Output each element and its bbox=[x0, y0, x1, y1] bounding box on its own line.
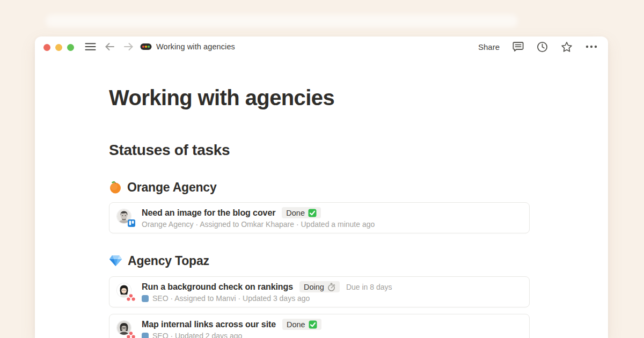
close-window-button[interactable] bbox=[43, 44, 50, 51]
due-date: Due in 8 days bbox=[346, 283, 392, 291]
green-check-icon bbox=[308, 209, 317, 217]
group-heading-agency-topaz: Agency Topaz bbox=[109, 253, 534, 269]
background-glow bbox=[46, 14, 518, 27]
task-meta: Orange Agency · Assigned to Omkar Khapar… bbox=[142, 220, 375, 229]
section-heading: Statuses of tasks bbox=[109, 141, 534, 159]
window-controls bbox=[43, 44, 74, 51]
avatar bbox=[117, 283, 133, 300]
seo-tag-swatch bbox=[142, 295, 149, 302]
asana-icon bbox=[127, 332, 135, 338]
back-arrow-icon[interactable] bbox=[105, 42, 115, 51]
minimize-window-button[interactable] bbox=[55, 44, 62, 51]
breadcrumb[interactable]: Working with agencies bbox=[140, 42, 235, 51]
menu-icon[interactable] bbox=[85, 42, 96, 51]
task-title: Need an image for the blog cover bbox=[142, 208, 275, 218]
task-meta: SEO · Assigned to Manvi · Updated 3 days… bbox=[152, 294, 310, 303]
seo-tag-swatch bbox=[142, 333, 149, 338]
task-title: Run a background check on rankings bbox=[142, 282, 293, 292]
task-card[interactable]: Map internal links across our site Done … bbox=[109, 314, 530, 338]
status-badge: Doing bbox=[299, 281, 340, 292]
status-badge: Done bbox=[282, 207, 321, 218]
tangerine-emoji-icon bbox=[109, 181, 122, 194]
page-title-breadcrumb: Working with agencies bbox=[156, 42, 235, 51]
task-card[interactable]: Need an image for the blog cover Done Or… bbox=[109, 202, 530, 233]
avatar bbox=[117, 209, 133, 226]
gem-emoji-icon bbox=[109, 255, 122, 267]
page-title: Working with agencies bbox=[109, 85, 534, 111]
green-check-icon bbox=[309, 320, 317, 329]
group-heading-orange-agency: Orange Agency bbox=[109, 179, 534, 195]
task-card[interactable]: Run a background check on rankings Doing… bbox=[109, 276, 530, 307]
trello-icon bbox=[128, 219, 135, 227]
traffic-light-page-icon bbox=[140, 43, 152, 50]
status-badge: Done bbox=[282, 319, 321, 330]
stopwatch-icon bbox=[327, 283, 335, 291]
asana-icon bbox=[127, 294, 135, 301]
star-icon[interactable] bbox=[561, 41, 573, 53]
task-title: Map internal links across our site bbox=[142, 320, 276, 329]
forward-arrow-icon[interactable] bbox=[123, 42, 134, 51]
zoom-window-button[interactable] bbox=[67, 44, 74, 51]
share-button[interactable]: Share bbox=[478, 42, 500, 52]
titlebar: Working with agencies Share bbox=[35, 36, 608, 57]
comment-icon[interactable] bbox=[513, 41, 524, 52]
task-meta: SEO · Updated 2 days ago bbox=[152, 332, 242, 338]
app-window: Working with agencies Share Working with… bbox=[35, 36, 608, 338]
more-ellipsis-icon[interactable] bbox=[586, 45, 597, 48]
avatar bbox=[117, 321, 133, 338]
history-clock-icon[interactable] bbox=[537, 41, 548, 53]
